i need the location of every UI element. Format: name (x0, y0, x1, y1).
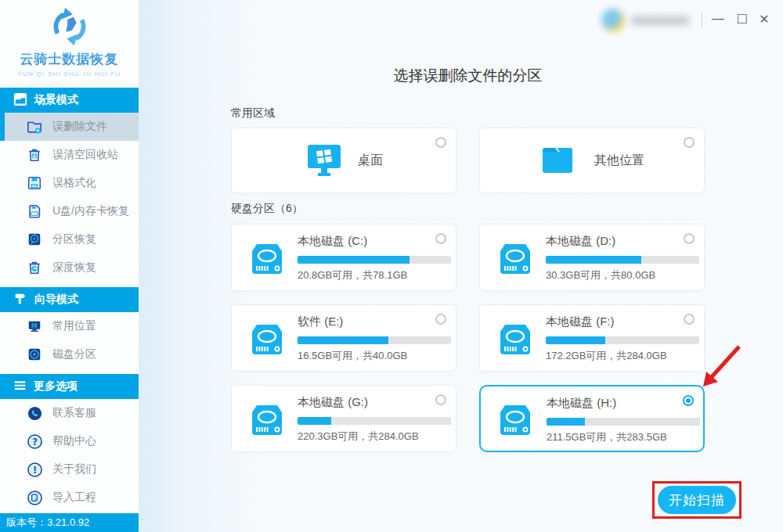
red-box-annotation: 开始扫描 (652, 481, 742, 519)
sidebar-item-label: 磁盘分区 (52, 347, 96, 361)
nav-header-label: 更多选项 (34, 379, 78, 394)
nav-header-scene-mode: 场景模式 (0, 88, 139, 113)
sidebar-item-about-us[interactable]: ! 关于我们 (0, 455, 139, 483)
sidebar-item-import-project[interactable]: 导入工程 (0, 483, 139, 512)
hard-disk-icon (497, 404, 533, 437)
app-name-pinyin: YUN QI SHI SHU JU HUI FU (0, 70, 139, 77)
sidebar-item-formatted[interactable]: 误格式化 (0, 169, 139, 197)
page-title: 选择误删除文件的分区 (231, 66, 705, 86)
disk-icon (26, 346, 43, 363)
partition-detail: 20.8GB可用，共78.1GB (298, 268, 451, 282)
format-icon (26, 174, 43, 192)
nav-gap (0, 368, 139, 374)
other-location-radio[interactable] (684, 137, 695, 148)
usage-bar (298, 336, 451, 344)
menu-icon (13, 379, 27, 394)
version-bar: 版本号：3.21.0.92 (0, 513, 139, 532)
partition-radio-f[interactable] (684, 314, 695, 325)
sidebar-item-label: 误清空回收站 (52, 148, 118, 162)
sidebar-item-disk-partitions[interactable]: 磁盘分区 (0, 340, 139, 368)
sidebar-item-label: 深度恢复 (52, 261, 96, 275)
app-logo: 云骑士数据恢复 YUN QI SHI SHU JU HUI FU (0, 0, 139, 88)
sidebar-item-label: 常用位置 (52, 319, 96, 333)
usage-bar-fill (298, 256, 410, 264)
partition-recovery-icon (26, 231, 43, 248)
hard-disk-icon (497, 243, 533, 275)
sidebar-item-deep-recovery[interactable]: 深度恢复 (0, 253, 139, 282)
partition-radio-h[interactable] (683, 395, 694, 406)
partition-card-e[interactable]: 软件 (E:) 16.5GB可用，共40.0GB (231, 304, 456, 372)
start-scan-button[interactable]: 开始扫描 (658, 486, 736, 514)
deleted-file-icon (26, 118, 43, 135)
sidebar-item-label: 联系客服 (52, 406, 96, 420)
partition-detail: 30.3GB可用，共80.0GB (546, 268, 699, 282)
partition-name: 软件 (E:) (298, 315, 451, 329)
partition-radio-g[interactable] (435, 394, 446, 405)
phone-icon (26, 404, 43, 422)
desktop-card-label: 桌面 (358, 153, 383, 169)
usage-bar-fill (298, 336, 388, 344)
deep-recovery-icon (26, 259, 43, 276)
sidebar-item-usb-memory-card[interactable]: U盘/内存卡恢复 (0, 197, 139, 225)
hard-disk-icon (249, 404, 285, 437)
usage-bar (298, 256, 451, 264)
sidebar-item-common-locations[interactable]: 常用位置 (0, 312, 139, 340)
other-location-card[interactable]: 其他位置 (479, 128, 705, 193)
other-location-card-label: 其他位置 (594, 153, 644, 169)
partition-name: 本地磁盘 (D:) (546, 234, 699, 249)
scene-mode-icon (13, 92, 27, 109)
partition-radio-e[interactable] (435, 314, 446, 325)
partition-card-h[interactable]: 本地磁盘 (H:) 211.5GB可用，共283.5GB (479, 385, 705, 452)
sidebar-item-contact-support[interactable]: 联系客服 (0, 399, 139, 427)
partition-name: 本地磁盘 (C:) (298, 234, 451, 249)
import-icon (26, 489, 43, 506)
sidebar-item-partition-recovery[interactable]: 分区恢复 (0, 225, 139, 253)
monitor-icon (26, 318, 43, 335)
sidebar-item-label: 误格式化 (52, 176, 96, 190)
usage-bar (547, 418, 700, 426)
sidebar-item-label: 关于我们 (52, 462, 96, 476)
sidebar-item-help-center[interactable]: ? 帮助中心 (0, 427, 139, 455)
partition-card-c[interactable]: 本地磁盘 (C:) 20.8GB可用，共78.1GB (231, 224, 456, 291)
svg-text:!: ! (32, 464, 36, 475)
partition-radio-c[interactable] (435, 233, 446, 244)
partition-detail: 172.2GB可用，共284.0GB (546, 349, 699, 363)
app-name: 云骑士数据恢复 (0, 50, 139, 68)
nav-header-label: 向导模式 (34, 293, 78, 307)
usage-bar-fill (546, 336, 605, 344)
usage-bar-fill (547, 418, 585, 426)
common-area-grid: 桌面 其他位置 (231, 128, 705, 193)
sidebar-item-label: U盘/内存卡恢复 (52, 204, 129, 218)
partition-radio-d[interactable] (684, 233, 695, 244)
usage-bar (546, 336, 699, 344)
signpost-icon (13, 292, 27, 308)
help-icon: ? (26, 433, 43, 450)
partition-card-d[interactable]: 本地磁盘 (D:) 30.3GB可用，共80.0GB (479, 224, 705, 291)
about-icon: ! (26, 461, 43, 478)
partitions-section-label: 硬盘分区（6） (231, 202, 303, 216)
sidebar-item-label: 分区恢复 (52, 232, 96, 246)
hard-disk-icon (249, 323, 285, 356)
usage-bar-fill (546, 256, 641, 264)
nav-header-label: 场景模式 (34, 93, 78, 107)
hard-disk-icon (497, 323, 533, 356)
hard-disk-icon (249, 243, 285, 275)
sidebar-item-deleted-files[interactable]: 误删除文件 (0, 113, 139, 141)
sidebar-item-emptied-recycle-bin[interactable]: 误清空回收站 (0, 141, 139, 169)
nav-header-wizard-mode: 向导模式 (0, 287, 139, 312)
partitions-grid: 本地磁盘 (C:) 20.8GB可用，共78.1GB 本地磁盘 (D:) 30.… (231, 224, 705, 452)
sidebar-item-label: 误删除文件 (52, 120, 107, 134)
app-window: 云骑士数据恢复 YUN QI SHI SHU JU HUI FU 场景模式 误删… (0, 0, 783, 532)
usb-memory-card-icon (26, 203, 43, 220)
desktop-radio[interactable] (435, 137, 446, 148)
desktop-card[interactable]: 桌面 (231, 128, 456, 193)
usage-bar (546, 256, 699, 264)
partition-card-g[interactable]: 本地磁盘 (G:) 220.3GB可用，共284.0GB (231, 385, 456, 452)
version-label: 版本号：3.21.0.92 (6, 516, 89, 530)
partition-card-f[interactable]: 本地磁盘 (F:) 172.2GB可用，共284.0GB (479, 304, 705, 372)
recycle-bin-icon (26, 146, 43, 164)
nav-header-more-options: 更多选项 (0, 374, 139, 399)
usage-bar (298, 417, 451, 425)
partition-detail: 220.3GB可用，共284.0GB (298, 430, 451, 444)
main-content: 选择误删除文件的分区 常用区域 桌面 其他位置 硬盘 (139, 0, 783, 532)
